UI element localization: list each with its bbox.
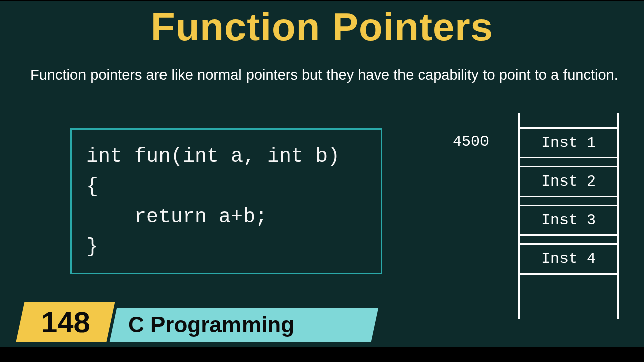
letterbox-bottom bbox=[0, 347, 644, 362]
slide-description: Function pointers are like normal pointe… bbox=[30, 65, 619, 85]
memory-cell-2: Inst 2 bbox=[518, 166, 619, 197]
code-line-3: return a+b; bbox=[86, 202, 367, 232]
course-name: C Programming bbox=[128, 312, 294, 337]
code-line-4: } bbox=[86, 232, 367, 262]
memory-cell-4: Inst 4 bbox=[518, 243, 619, 275]
code-block: int fun(int a, int b) { return a+b; } bbox=[70, 128, 382, 274]
memory-cell-1: Inst 1 bbox=[518, 127, 619, 158]
memory-cell-3: Inst 3 bbox=[518, 205, 619, 236]
memory-address-label: 4500 bbox=[453, 133, 489, 150]
course-badge: C Programming bbox=[110, 308, 378, 342]
slide-title: Function Pointers bbox=[0, 4, 644, 50]
episode-number: 148 bbox=[41, 305, 90, 339]
code-line-2: { bbox=[86, 172, 367, 202]
episode-badge: 148 bbox=[16, 302, 115, 342]
letterbox-top bbox=[0, 0, 644, 1]
code-line-1: int fun(int a, int b) bbox=[86, 142, 367, 172]
